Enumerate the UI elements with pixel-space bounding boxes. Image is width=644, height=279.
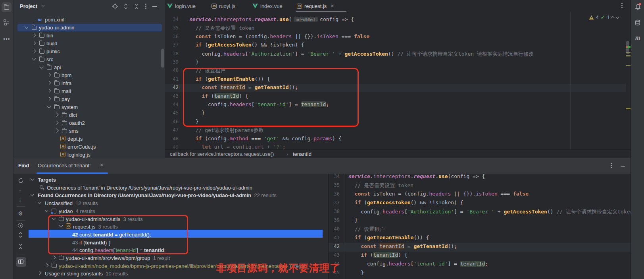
- chevron-right-icon[interactable]: [32, 41, 36, 45]
- chevron-right-icon[interactable]: [45, 263, 49, 267]
- chevron-down-icon[interactable]: [32, 57, 36, 61]
- code-text: }: [348, 269, 364, 275]
- find-row[interactable]: yudao 4 results: [29, 207, 328, 215]
- chevron-right-icon[interactable]: [55, 129, 59, 133]
- tree-item-dept.js[interactable]: JSdept.js: [13, 135, 165, 143]
- chevron-right-icon[interactable]: [38, 271, 42, 275]
- find-row[interactable]: Unclassified 12 results: [29, 199, 328, 207]
- tree-item-public[interactable]: public: [13, 47, 165, 55]
- notifications-icon[interactable]: [634, 4, 641, 12]
- collapse-all-icon[interactable]: [134, 3, 139, 10]
- tab-label: request.js: [304, 3, 327, 9]
- tree-item-bin[interactable]: bin: [13, 31, 165, 39]
- chevron-right-icon[interactable]: [47, 89, 51, 93]
- find-panel-title[interactable]: Find: [18, 163, 29, 169]
- chevron-right-icon[interactable]: [55, 121, 59, 125]
- chevron-down-icon[interactable]: [31, 177, 35, 181]
- tab-occurrences[interactable]: Occurrences of 'tenant': [38, 163, 90, 169]
- project-panel-title[interactable]: Project: [20, 3, 37, 9]
- tree-item-label: dict: [69, 112, 77, 118]
- prev-occurrence-icon[interactable]: ↑: [19, 188, 21, 194]
- maven-icon[interactable]: m: [635, 34, 640, 41]
- tree-item-mall[interactable]: mall: [13, 87, 165, 95]
- chevron-right-icon[interactable]: [55, 113, 59, 117]
- project-tool-icon[interactable]: [2, 2, 12, 12]
- chevron-right-icon[interactable]: [47, 81, 51, 85]
- rerun-icon[interactable]: [18, 178, 24, 184]
- breadcrumb-context[interactable]: callback for service.interceptors.reques…: [170, 151, 274, 157]
- tree-item-bpm[interactable]: bpm: [13, 71, 165, 79]
- hide-find-panel-icon[interactable]: [621, 166, 625, 167]
- vue-icon: [167, 4, 173, 8]
- more-tools-icon[interactable]: •••: [3, 36, 10, 42]
- left-tool-stripe: •••: [0, 0, 13, 279]
- more-icon[interactable]: [145, 6, 146, 7]
- editor-tab-request.js[interactable]: JSrequest.js×: [297, 0, 334, 12]
- chevron-down-icon[interactable]: [31, 192, 35, 196]
- chevron-down-icon[interactable]: [40, 65, 44, 69]
- chevron-right-icon[interactable]: [47, 73, 51, 77]
- line-number: 41: [165, 76, 179, 82]
- tree-item-build[interactable]: build: [13, 39, 165, 47]
- tree-item-pay[interactable]: pay: [13, 95, 165, 103]
- code-text: // get请求映射params参数: [189, 127, 264, 134]
- editor-tab-ruoyi.js[interactable]: JSruoyi.js: [211, 0, 235, 12]
- tree-item-api[interactable]: api: [13, 63, 165, 71]
- code-text: const isToken = (config.headers || {}).i…: [189, 33, 369, 39]
- tree-item-oauth2[interactable]: oauth2: [13, 119, 165, 127]
- tab-label: ruoyi.js: [219, 3, 235, 9]
- find-row[interactable]: Occurrences of 'tenant' in Directory /Us…: [29, 184, 328, 192]
- tree-item-dict[interactable]: dict: [13, 111, 165, 119]
- close-tab-icon[interactable]: ×: [331, 3, 334, 9]
- locate-icon[interactable]: [112, 3, 118, 10]
- hide-panel-icon[interactable]: [152, 6, 157, 7]
- structure-tool-icon[interactable]: [4, 19, 10, 25]
- breadcrumb-element[interactable]: tenantId: [293, 151, 311, 157]
- find-row-text: Usage in string constants 10 results: [45, 270, 128, 277]
- chevron-right-icon[interactable]: [32, 33, 36, 37]
- code-line-37: 37 if (getAccessToken() && !isToken) {: [165, 41, 631, 50]
- tree-item-system[interactable]: system: [13, 103, 165, 111]
- editor-highlight-box: [183, 68, 359, 127]
- chevron-down-icon[interactable]: [47, 105, 51, 108]
- expand-all-icon[interactable]: [18, 232, 23, 238]
- next-occurrence-icon[interactable]: ↓: [19, 196, 21, 203]
- next-problem-icon[interactable]: [616, 15, 620, 19]
- tree-item-sms[interactable]: sms: [13, 127, 165, 135]
- module-icon: [52, 209, 56, 213]
- expand-all-icon[interactable]: [123, 3, 129, 10]
- prev-problem-icon[interactable]: [611, 16, 615, 20]
- settings-icon[interactable]: ⚙: [18, 210, 23, 217]
- tree-item-pom.xml[interactable]: mpom.xml: [13, 15, 165, 23]
- close-tab-icon[interactable]: ×: [100, 162, 103, 168]
- chevron-right-icon[interactable]: [52, 256, 56, 260]
- find-row[interactable]: Targets: [29, 176, 328, 184]
- line-number: 39: [329, 217, 340, 223]
- chevron-down-icon[interactable]: [45, 208, 49, 212]
- find-row[interactable]: Found Occurrences in Directory /Users/yu…: [29, 191, 328, 199]
- tree-item-src[interactable]: src: [13, 55, 165, 63]
- preview-pane[interactable]: 34service.interceptors.request.use(confi…: [328, 174, 631, 279]
- database-icon[interactable]: [634, 19, 641, 26]
- tree-item-errorCode.js[interactable]: JSerrorCode.js: [13, 143, 165, 151]
- tab-options-icon[interactable]: [621, 5, 623, 6]
- chevron-down-icon[interactable]: [38, 200, 42, 204]
- inspections-widget[interactable]: 4 ✓ 1: [589, 14, 619, 20]
- editor-tab-login.vue[interactable]: login.vue: [167, 0, 196, 12]
- preview-toggle-icon[interactable]: [16, 257, 26, 267]
- collapse-all-icon[interactable]: [18, 243, 23, 250]
- tree-item-yudao-ui-admin[interactable]: yudao-ui-admin: [13, 23, 165, 31]
- line-number: 46: [165, 119, 179, 124]
- find-row-text: yudao-ui-admin/src/views/bpm/group 1 res…: [66, 254, 170, 262]
- tree-item-label: public: [46, 48, 60, 54]
- chevron-right-icon[interactable]: [47, 97, 51, 101]
- tree-item-infra[interactable]: infra: [13, 79, 165, 87]
- line-number: 40: [165, 68, 179, 73]
- find-options-icon[interactable]: [611, 165, 612, 166]
- tree-item-loginlog.js[interactable]: JSloginlog.js: [13, 151, 165, 158]
- code-text: if (getTenantEnable()) {: [348, 234, 429, 240]
- chevron-right-icon[interactable]: [32, 49, 36, 53]
- find-row[interactable]: yudao-ui-admin/src/views/bpm/group 1 res…: [29, 254, 328, 262]
- editor-tab-index.vue[interactable]: index.vue: [252, 0, 283, 12]
- project-scrollbar[interactable]: [161, 49, 164, 68]
